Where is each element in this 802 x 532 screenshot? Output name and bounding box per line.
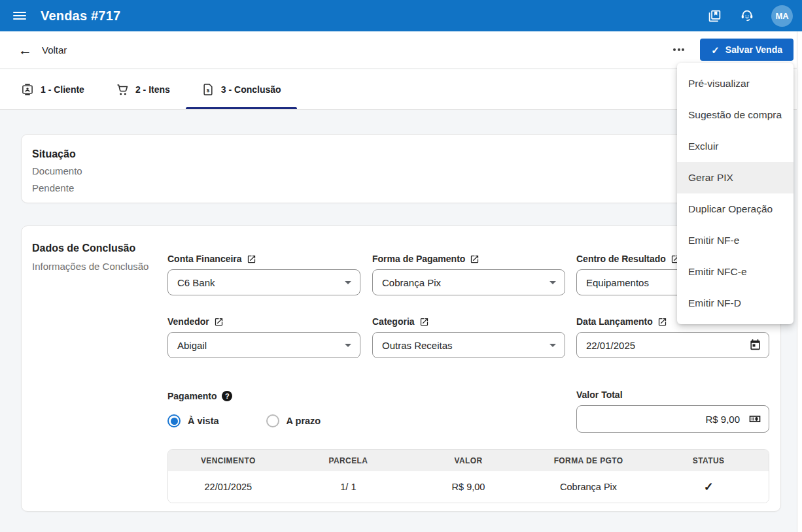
back-button[interactable]: ← Voltar bbox=[18, 43, 67, 57]
status-check-icon: ✓ bbox=[704, 480, 714, 493]
save-sale-button[interactable]: ✓ Salvar Venda bbox=[700, 39, 793, 61]
field-label-vendedor: Vendedor bbox=[167, 316, 209, 327]
field-label-data-lancamento: Data Lançamento bbox=[576, 316, 653, 327]
table-row[interactable]: 22/01/2025 1/ 1 R$ 9,00 Cobrança Pix ✓ bbox=[168, 471, 769, 503]
status-document-label: Documento bbox=[32, 163, 770, 180]
field-value: Outras Receitas bbox=[382, 340, 453, 351]
app-bar: Vendas #717 MA bbox=[0, 0, 802, 31]
receipt-icon: $ bbox=[201, 83, 215, 96]
field-value: 22/01/2025 bbox=[586, 340, 635, 351]
menu-item-emitir-nfce[interactable]: Emitir NFC-e bbox=[677, 256, 793, 288]
money-icon bbox=[748, 412, 761, 425]
status-value: Pendente bbox=[32, 180, 770, 197]
conclusion-card-title: Dados de Conclusão bbox=[32, 239, 160, 258]
cell-valor: R$ 9,00 bbox=[408, 482, 529, 492]
field-label-conta-financeira: Conta Financeira bbox=[167, 254, 242, 264]
back-label: Voltar bbox=[42, 44, 67, 56]
radio-label: A prazo bbox=[287, 416, 321, 426]
radio-unselected-icon bbox=[266, 414, 279, 427]
field-label-centro-resultado: Centro de Resultado bbox=[576, 254, 666, 264]
valor-total-label: Valor Total bbox=[576, 390, 623, 400]
menu-item-emitir-nfe[interactable]: Emitir NF-e bbox=[677, 225, 793, 256]
more-actions-icon[interactable] bbox=[669, 43, 688, 56]
chevron-down-icon bbox=[345, 281, 351, 284]
col-status: STATUS bbox=[648, 456, 769, 465]
contact-card-icon bbox=[21, 83, 34, 96]
actions-dropdown-menu: Pré-visualizar Sugestão de compra Exclui… bbox=[677, 63, 793, 324]
cell-vencimento: 22/01/2025 bbox=[168, 482, 288, 492]
tab-itens[interactable]: 2 - Itens bbox=[100, 69, 186, 109]
field-value: Equipamentos bbox=[586, 277, 649, 288]
bookmarks-icon[interactable] bbox=[706, 7, 723, 24]
field-value: Abigail bbox=[177, 340, 207, 351]
col-forma-pgto: FORMA DE PGTO bbox=[529, 456, 649, 465]
save-sale-label: Salvar Venda bbox=[725, 44, 782, 55]
svg-text:$: $ bbox=[207, 87, 210, 93]
radio-a-prazo[interactable]: A prazo bbox=[266, 414, 321, 427]
cell-parcela: 1/ 1 bbox=[288, 482, 409, 492]
forma-pagamento-select[interactable]: Cobrança Pix bbox=[372, 269, 565, 295]
tab-label: 1 - Cliente bbox=[41, 84, 84, 95]
field-value: C6 Bank bbox=[177, 277, 215, 288]
calendar-icon[interactable] bbox=[749, 339, 761, 352]
field-label-categoria: Categoria bbox=[372, 316, 415, 327]
status-card: Situação Documento Pendente bbox=[21, 134, 781, 203]
open-link-icon[interactable] bbox=[214, 317, 224, 327]
menu-item-emitir-nfd[interactable]: Emitir NF-D bbox=[677, 288, 793, 319]
vendedor-select[interactable]: Abigail bbox=[167, 332, 360, 358]
check-icon: ✓ bbox=[711, 45, 720, 55]
tab-label: 2 - Itens bbox=[135, 84, 170, 95]
page-title: Vendas #717 bbox=[41, 8, 120, 24]
field-label-forma-pagamento: Forma de Pagamento bbox=[372, 254, 465, 264]
categoria-select[interactable]: Outras Receitas bbox=[372, 332, 565, 358]
help-icon[interactable]: ? bbox=[222, 391, 232, 401]
radio-a-vista[interactable]: À vista bbox=[167, 414, 219, 427]
col-vencimento: VENCIMENTO bbox=[168, 456, 288, 465]
installments-table: VENCIMENTO PARCELA VALOR FORMA DE PGTO S… bbox=[167, 449, 769, 503]
user-avatar[interactable]: MA bbox=[771, 5, 793, 27]
scrollbar[interactable] bbox=[797, 31, 802, 532]
col-parcela: PARCELA bbox=[288, 456, 409, 465]
status-card-title: Situação bbox=[32, 146, 770, 163]
back-arrow-icon: ← bbox=[18, 43, 32, 57]
open-link-icon[interactable] bbox=[247, 254, 256, 264]
installments-table-header: VENCIMENTO PARCELA VALOR FORMA DE PGTO S… bbox=[168, 450, 769, 471]
menu-item-duplicar-operacao[interactable]: Duplicar Operação bbox=[677, 193, 793, 225]
open-link-icon[interactable] bbox=[657, 317, 667, 327]
menu-item-excluir[interactable]: Excluir bbox=[677, 131, 793, 162]
tab-conclusao[interactable]: $ 3 - Conclusão bbox=[186, 69, 297, 109]
tab-label: 3 - Conclusão bbox=[221, 84, 281, 95]
chevron-down-icon bbox=[549, 344, 556, 347]
cart-icon bbox=[116, 83, 129, 96]
chevron-down-icon bbox=[549, 281, 556, 284]
app-bar-actions: MA bbox=[706, 5, 793, 27]
menu-item-gerar-pix[interactable]: Gerar PIX bbox=[677, 162, 793, 193]
radio-selected-icon bbox=[167, 414, 181, 427]
radio-label: À vista bbox=[188, 416, 219, 426]
support-agent-icon[interactable] bbox=[739, 7, 756, 24]
open-link-icon[interactable] bbox=[470, 254, 479, 264]
open-link-icon[interactable] bbox=[419, 317, 429, 327]
conclusion-card: Dados de Conclusão Informações de Conclu… bbox=[21, 225, 781, 512]
conclusion-card-subtitle: Informações de Conclusão bbox=[32, 258, 160, 275]
cell-forma-pgto: Cobrança Pix bbox=[529, 482, 649, 492]
data-lancamento-input[interactable]: 22/01/2025 bbox=[576, 332, 769, 358]
chevron-down-icon bbox=[345, 344, 351, 347]
menu-icon[interactable] bbox=[13, 12, 26, 20]
menu-item-pre-visualizar[interactable]: Pré-visualizar bbox=[677, 68, 793, 99]
col-valor: VALOR bbox=[408, 456, 529, 465]
payment-options: À vista A prazo bbox=[167, 414, 321, 427]
valor-total-input[interactable]: R$ 9,00 bbox=[576, 405, 769, 433]
field-value: Cobrança Pix bbox=[382, 277, 441, 288]
conta-financeira-select[interactable]: C6 Bank bbox=[167, 269, 360, 295]
tab-cliente[interactable]: 1 - Cliente bbox=[5, 69, 100, 109]
menu-item-sugestao-de-compra[interactable]: Sugestão de compra bbox=[677, 99, 793, 131]
valor-total-value: R$ 9,00 bbox=[705, 414, 740, 425]
payment-label: Pagamento bbox=[167, 391, 217, 401]
